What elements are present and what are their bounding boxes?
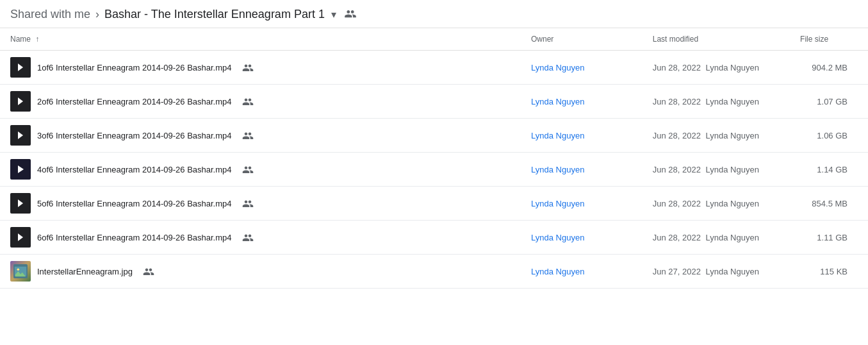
file-owner[interactable]: Lynda Nguyen	[521, 221, 643, 255]
file-owner[interactable]: Lynda Nguyen	[521, 85, 643, 119]
shared-icon	[242, 233, 254, 242]
file-name-cell: 5of6 Interstellar Enneagram 2014-09-26 B…	[0, 187, 521, 221]
file-modified: Jun 28, 2022 Lynda Nguyen	[643, 51, 790, 85]
table-row[interactable]: InterstellarEnneagram.jpg Lynda Nguyen J…	[0, 255, 868, 289]
shared-icon	[242, 199, 254, 208]
shared-icon	[242, 97, 254, 106]
breadcrumb-bar: Shared with me › Bashar - The Interstell…	[0, 0, 868, 28]
file-name-cell: 4of6 Interstellar Enneagram 2014-09-26 B…	[0, 153, 521, 187]
breadcrumb-current-folder: Bashar - The Interstellar Enneagram Part…	[104, 8, 325, 21]
shared-icon	[242, 165, 254, 174]
file-size: 854.5 MB	[790, 187, 868, 221]
col-size[interactable]: File size	[790, 28, 868, 51]
file-size: 1.07 GB	[790, 85, 868, 119]
shared-icon	[143, 267, 154, 276]
file-modified: Jun 27, 2022 Lynda Nguyen	[643, 255, 790, 289]
file-owner[interactable]: Lynda Nguyen	[521, 153, 643, 187]
file-thumbnail	[10, 261, 31, 282]
modified-user: Lynda Nguyen	[706, 267, 759, 276]
file-size: 1.14 GB	[790, 153, 868, 187]
file-name[interactable]: 6of6 Interstellar Enneagram 2014-09-26 B…	[37, 233, 232, 242]
file-size: 1.11 GB	[790, 221, 868, 255]
sort-arrow-icon: ↑	[35, 35, 39, 44]
file-owner[interactable]: Lynda Nguyen	[521, 119, 643, 153]
shared-icon	[242, 63, 254, 72]
file-modified: Jun 28, 2022 Lynda Nguyen	[643, 119, 790, 153]
file-owner[interactable]: Lynda Nguyen	[521, 187, 643, 221]
file-name-cell: InterstellarEnneagram.jpg	[0, 255, 521, 289]
file-thumbnail	[10, 91, 31, 112]
table-row[interactable]: 4of6 Interstellar Enneagram 2014-09-26 B…	[0, 153, 868, 187]
folder-dropdown-icon[interactable]: ▾	[331, 8, 336, 21]
modified-user: Lynda Nguyen	[706, 63, 759, 72]
breadcrumb-shared-with-me[interactable]: Shared with me	[10, 8, 90, 21]
file-name-cell: 6of6 Interstellar Enneagram 2014-09-26 B…	[0, 221, 521, 255]
file-name[interactable]: 2of6 Interstellar Enneagram 2014-09-26 B…	[37, 97, 232, 106]
modified-user: Lynda Nguyen	[706, 131, 759, 140]
modified-user: Lynda Nguyen	[706, 199, 759, 208]
file-name-cell: 3of6 Interstellar Enneagram 2014-09-26 B…	[0, 119, 521, 153]
file-name-cell: 2of6 Interstellar Enneagram 2014-09-26 B…	[0, 85, 521, 119]
breadcrumb-chevron-icon: ›	[95, 8, 99, 21]
file-size: 115 KB	[790, 255, 868, 289]
file-name[interactable]: 3of6 Interstellar Enneagram 2014-09-26 B…	[37, 131, 232, 140]
file-name-cell: 1of6 Interstellar Enneagram 2014-09-26 B…	[0, 51, 521, 85]
file-name[interactable]: 4of6 Interstellar Enneagram 2014-09-26 B…	[37, 165, 232, 174]
folder-people-icon[interactable]	[344, 8, 357, 21]
file-thumbnail	[10, 193, 31, 214]
file-owner[interactable]: Lynda Nguyen	[521, 51, 643, 85]
file-modified: Jun 28, 2022 Lynda Nguyen	[643, 85, 790, 119]
table-row[interactable]: 2of6 Interstellar Enneagram 2014-09-26 B…	[0, 85, 868, 119]
file-owner[interactable]: Lynda Nguyen	[521, 255, 643, 289]
modified-user: Lynda Nguyen	[706, 97, 759, 106]
file-name[interactable]: 1of6 Interstellar Enneagram 2014-09-26 B…	[37, 63, 232, 72]
table-row[interactable]: 6of6 Interstellar Enneagram 2014-09-26 B…	[0, 221, 868, 255]
table-header-row: Name ↑ Owner Last modified File size	[0, 28, 868, 51]
file-size: 1.06 GB	[790, 119, 868, 153]
table-row[interactable]: 1of6 Interstellar Enneagram 2014-09-26 B…	[0, 51, 868, 85]
file-name[interactable]: 5of6 Interstellar Enneagram 2014-09-26 B…	[37, 199, 232, 208]
file-thumbnail	[10, 57, 31, 78]
file-size: 904.2 MB	[790, 51, 868, 85]
shared-icon	[242, 131, 254, 140]
file-thumbnail	[10, 159, 31, 180]
modified-user: Lynda Nguyen	[706, 233, 759, 242]
file-modified: Jun 28, 2022 Lynda Nguyen	[643, 221, 790, 255]
col-name[interactable]: Name ↑	[0, 28, 521, 51]
file-modified: Jun 28, 2022 Lynda Nguyen	[643, 187, 790, 221]
svg-point-2	[17, 268, 20, 271]
file-thumbnail	[10, 125, 31, 146]
table-row[interactable]: 5of6 Interstellar Enneagram 2014-09-26 B…	[0, 187, 868, 221]
col-owner[interactable]: Owner	[521, 28, 643, 51]
table-row[interactable]: 3of6 Interstellar Enneagram 2014-09-26 B…	[0, 119, 868, 153]
file-table: Name ↑ Owner Last modified File size 1of…	[0, 28, 868, 289]
file-thumbnail	[10, 227, 31, 248]
col-modified[interactable]: Last modified	[643, 28, 790, 51]
file-name[interactable]: InterstellarEnneagram.jpg	[37, 267, 133, 276]
file-modified: Jun 28, 2022 Lynda Nguyen	[643, 153, 790, 187]
modified-user: Lynda Nguyen	[706, 165, 759, 174]
